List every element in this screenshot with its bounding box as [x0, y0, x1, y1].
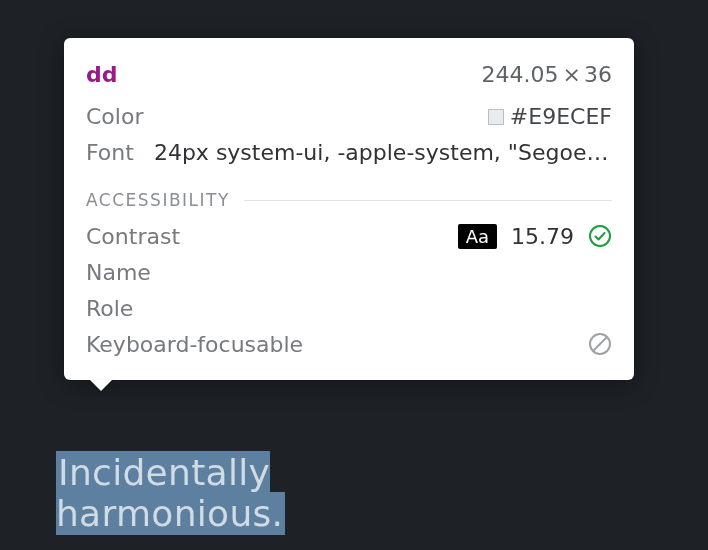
role-label: Role	[86, 296, 133, 321]
element-header-row: dd 244.05×36	[86, 56, 612, 92]
accessibility-title: ACCESSIBILITY	[86, 190, 230, 210]
name-label: Name	[86, 260, 151, 285]
page-content-highlight: Incidentally harmonious.	[50, 448, 490, 538]
check-circle-icon	[588, 224, 612, 248]
keyboard-focusable-label: Keyboard-focusable	[86, 332, 303, 357]
contrast-value: 15.79	[511, 224, 574, 249]
highlighted-text[interactable]: Incidentally harmonious.	[56, 451, 285, 535]
not-applicable-icon	[588, 332, 612, 356]
svg-line-2	[594, 338, 607, 351]
element-dimensions: 244.05×36	[482, 62, 612, 87]
color-value: #E9ECEF	[488, 104, 612, 129]
dimension-width: 244.05	[482, 62, 559, 87]
name-row: Name	[86, 254, 612, 290]
color-hex: #E9ECEF	[510, 104, 612, 129]
section-divider	[244, 200, 612, 201]
contrast-label: Contrast	[86, 224, 180, 249]
color-row: Color #E9ECEF	[86, 98, 612, 134]
font-value: 24px system-ui, -apple-system, "Segoe UI…	[154, 140, 612, 165]
svg-point-0	[590, 226, 610, 246]
times-icon: ×	[559, 62, 584, 87]
font-row: Font 24px system-ui, -apple-system, "Seg…	[86, 134, 612, 170]
element-tag: dd	[86, 62, 118, 87]
color-label: Color	[86, 104, 143, 129]
dimension-height: 36	[584, 62, 612, 87]
element-inspector-tooltip: dd 244.05×36 Color #E9ECEF Font 24px sys…	[64, 38, 634, 380]
contrast-row: Contrast Aa 15.79	[86, 218, 612, 254]
contrast-badge: Aa	[458, 224, 497, 249]
keyboard-focusable-row: Keyboard-focusable	[86, 326, 612, 362]
color-swatch	[488, 109, 504, 125]
role-row: Role	[86, 290, 612, 326]
accessibility-section-header: ACCESSIBILITY	[86, 190, 612, 210]
font-label: Font	[86, 140, 134, 165]
